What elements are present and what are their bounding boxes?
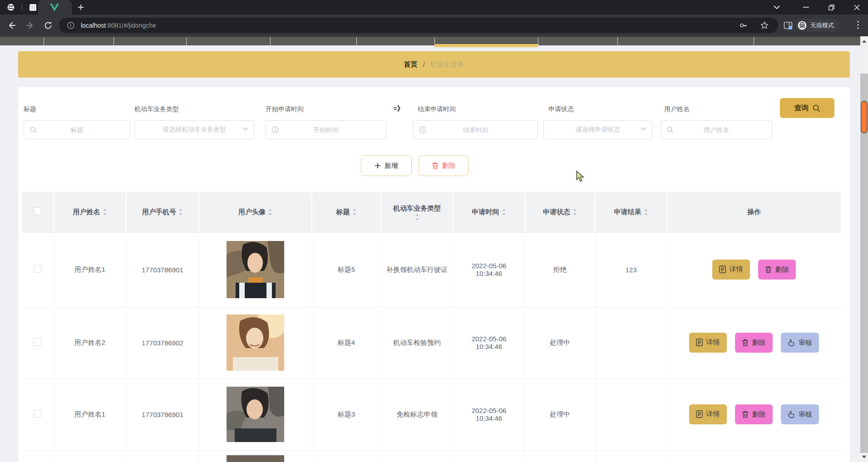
header-title[interactable]: 标题: [312, 192, 381, 232]
row-checkbox[interactable]: [34, 410, 41, 418]
sort-carets-icon[interactable]: [572, 209, 577, 216]
row-checkbox[interactable]: [34, 338, 41, 346]
review-button[interactable]: 审核: [781, 404, 819, 424]
app-nav-menu-sliver[interactable]: [0, 36, 860, 45]
end-time-input[interactable]: [414, 121, 538, 139]
site-info-icon[interactable]: [67, 22, 74, 29]
end-time-field[interactable]: [413, 120, 538, 139]
header-username[interactable]: 用户姓名: [54, 192, 126, 232]
cell-title: 标题3: [312, 378, 381, 450]
url-path: :8081/#/jidongche: [106, 22, 156, 29]
window-close-button[interactable]: [846, 0, 867, 15]
filter-title-label: 标题: [24, 105, 36, 113]
row-delete-button[interactable]: 删除: [735, 404, 773, 424]
type-select[interactable]: 请选择机动车业务类型: [134, 120, 254, 139]
cell-result: [595, 378, 667, 450]
document-icon: [696, 410, 703, 418]
table-row: 用户姓名1 17703786901 标题3 免检标志申领 2022-05-06 …: [22, 378, 841, 450]
sort-carets-icon[interactable]: [352, 209, 357, 216]
scroll-up-button[interactable]: [860, 37, 868, 45]
cell-phone: 17703786902: [126, 307, 199, 378]
incognito-badge[interactable]: 无痕模式: [795, 19, 839, 32]
cell-time: 2022-05-06 10:34:46: [453, 232, 525, 307]
header-result[interactable]: 申请结果: [595, 192, 667, 232]
table-row: 用户姓名2 17703786902 标题4 机动车检验预约 2022-05-06…: [22, 307, 841, 378]
trash-icon: [742, 411, 749, 418]
title-search-input[interactable]: [24, 121, 130, 139]
sort-carets-icon[interactable]: [502, 209, 506, 216]
address-bar[interactable]: localhost:8081/#/jidongche: [59, 18, 778, 33]
delete-button-label: 删除: [442, 162, 456, 170]
user-avatar-image: [227, 455, 284, 462]
delete-button[interactable]: 删除: [419, 155, 469, 176]
start-time-input[interactable]: [266, 121, 386, 139]
bookmark-star-icon[interactable]: [760, 21, 769, 30]
select-all-checkbox[interactable]: [34, 207, 41, 215]
start-time-field[interactable]: [266, 120, 386, 139]
sort-carets-icon[interactable]: [644, 209, 648, 216]
pinned-tab-icon[interactable]: [29, 4, 37, 11]
review-button[interactable]: 审核: [781, 333, 819, 353]
tab-vue-app[interactable]: [38, 0, 72, 15]
cell-type: 免检标志申领: [381, 378, 453, 450]
url-text[interactable]: localhost:8081/#/jidongche: [81, 22, 739, 29]
add-button[interactable]: 新增: [361, 155, 412, 176]
sort-carets-icon[interactable]: [415, 214, 419, 221]
filter-type-label: 机动车业务类型: [134, 105, 179, 113]
cell-time: 2022-05-06 10:34:46: [453, 378, 525, 450]
window-restore-button[interactable]: [821, 0, 842, 15]
scroll-down-button[interactable]: [860, 453, 868, 461]
status-select-placeholder: 请选择申请状态: [544, 121, 652, 139]
breadcrumb-separator: /: [423, 61, 424, 69]
window-minimize-button[interactable]: [795, 0, 816, 15]
sort-carets-icon[interactable]: [103, 209, 107, 216]
browser-menu-icon[interactable]: [857, 21, 859, 29]
nav-active-item-highlight[interactable]: [434, 44, 538, 47]
password-key-icon[interactable]: [739, 21, 748, 30]
title-search-field[interactable]: [24, 120, 130, 139]
detail-button[interactable]: 详情: [689, 333, 727, 353]
reload-button[interactable]: [44, 21, 53, 30]
cell-status: 处理中: [525, 378, 595, 450]
cell-status: 拒绝: [525, 232, 595, 307]
filter-status-label: 申请状态: [548, 105, 574, 113]
incognito-label: 无痕模式: [810, 21, 834, 29]
header-avatar[interactable]: 用户头像: [199, 192, 312, 232]
url-host: localhost: [81, 22, 106, 29]
cell-time: 2022-05-06 10:34:46: [453, 307, 525, 378]
search-icon: [813, 104, 820, 112]
row-checkbox[interactable]: [34, 265, 41, 273]
username-search-input[interactable]: [661, 121, 772, 139]
search-button[interactable]: 查询: [780, 98, 834, 118]
username-search-field[interactable]: [661, 120, 772, 139]
table-row: [22, 450, 841, 462]
breadcrumb-home-link[interactable]: 首页: [404, 60, 417, 69]
row-delete-button[interactable]: 删除: [735, 333, 773, 353]
new-tab-button[interactable]: [77, 4, 84, 11]
back-button[interactable]: [7, 21, 16, 30]
status-select[interactable]: 请选择申请状态: [543, 120, 652, 139]
scrollbar-thumb[interactable]: [861, 101, 868, 133]
cell-phone: 17703786901: [126, 232, 199, 307]
detail-button[interactable]: 详情: [689, 404, 727, 424]
sort-carets-icon[interactable]: [268, 209, 272, 216]
header-status[interactable]: 申请状态: [525, 192, 595, 232]
sort-carets-icon[interactable]: [178, 209, 183, 216]
side-panel-icon[interactable]: [784, 21, 793, 30]
header-type[interactable]: 机动车业务类型: [381, 192, 453, 232]
trash-icon: [765, 266, 772, 273]
header-phone[interactable]: 用户手机号: [126, 192, 199, 232]
cell-title: 标题4: [312, 307, 381, 378]
detail-button[interactable]: 详情: [712, 260, 750, 280]
tab-search-chevron-button[interactable]: [766, 0, 787, 15]
globe-favicon-icon[interactable]: [7, 4, 15, 11]
page-scrollbar[interactable]: [860, 36, 868, 462]
breadcrumb: 首页 / 机动车业务: [18, 51, 850, 78]
browser-toolbar: localhost:8081/#/jidongche 无痕模式: [0, 15, 868, 36]
plus-icon: [375, 162, 381, 169]
hand-review-icon: [788, 411, 795, 418]
cell-result: [595, 307, 667, 378]
forward-button[interactable]: [25, 21, 35, 30]
header-apply-time[interactable]: 申请时间: [453, 192, 525, 232]
row-delete-button[interactable]: 删除: [758, 260, 796, 280]
